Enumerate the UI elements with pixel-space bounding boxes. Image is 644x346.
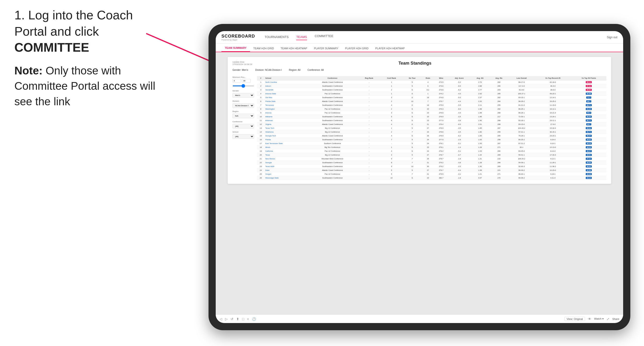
cell-conf-rank: 9 [380, 165, 403, 169]
cell-vs-top: 9-10-1 [534, 142, 571, 146]
nav-tournaments[interactable]: TOURNAMENTS [264, 34, 288, 40]
cell-school: Florida State [264, 100, 306, 103]
cell-reg-rank: - [358, 146, 380, 149]
cell-low-overall: 63-15-1 [508, 96, 534, 100]
cell-conf-rank: - [380, 142, 403, 146]
cell-vs-top: 4-21-0 [534, 176, 571, 180]
cell-low-overall: 83-15-0 [508, 123, 534, 126]
cell-conf-rank: 4 [380, 123, 403, 126]
content-layout: Minimum Rou... Gender Men's [232, 76, 606, 180]
cell-conf-rank: 7 [380, 138, 403, 142]
conference-filter: Conference: All [306, 69, 324, 71]
cell-wins: 276.9 [434, 115, 448, 119]
app-logo: SCOREBOARD [222, 34, 255, 39]
cell-no-tour: 7 [403, 130, 421, 134]
cell-school: Florida [264, 138, 306, 142]
cell-vs-top: 49-23-1 [534, 92, 571, 96]
cell-adj-score: -6.0 [448, 107, 471, 111]
cell-reg-rank: - [358, 92, 380, 96]
cell-school: Mississippi State [264, 176, 306, 180]
table-row: 20 Texas Big 12 Conference - 3 9 27 278.… [257, 153, 606, 157]
cell-conference: Pac-12 Conference [306, 107, 358, 111]
max-input[interactable] [242, 79, 251, 83]
nav-teams[interactable]: TEAMS [296, 34, 307, 40]
sub-nav-team-h2h-heatmap[interactable]: TEAM H2H HEATMAP [277, 45, 310, 52]
sub-nav-team-summary[interactable]: TEAM SUMMARY [222, 44, 250, 52]
cell-rnds: 21 [421, 172, 434, 176]
cell-wins: 280.7 [434, 176, 448, 180]
cell-low-overall: 86-26-1 [508, 111, 534, 115]
watch-btn[interactable]: Watch ▾ [594, 317, 604, 320]
gender-select[interactable]: Men's [232, 93, 254, 98]
view-original-btn[interactable]: View: Original [564, 317, 585, 321]
cell-conference: Southeastern Conference [306, 96, 358, 100]
toolbar-back[interactable]: ◁ [220, 317, 222, 321]
col-adj-score: Adj. Score [448, 76, 471, 80]
cell-school: Vanderbilt [264, 88, 306, 92]
cell-avg-sg: 1.90 [471, 119, 490, 123]
division-label: Division: [255, 69, 264, 71]
cell-rank: 19 [257, 149, 264, 153]
share-btn[interactable]: Share [612, 318, 619, 320]
table-row: 17 East Tennessee State Southern Confere… [257, 142, 606, 146]
sub-nav-team-h2h-grid[interactable]: TEAM H2H GRID [250, 45, 277, 52]
cell-conference: Atlantic Coast Conference [306, 134, 358, 138]
cell-school: Virginia [264, 123, 306, 126]
toolbar-refresh[interactable]: ↺ [230, 317, 234, 321]
conference-select[interactable]: (All) [232, 124, 254, 129]
cell-school: Alabama [264, 115, 306, 119]
toolbar-bookmark[interactable]: □ [242, 317, 244, 321]
cell-avg-sg: 1.55 [471, 142, 490, 146]
sign-out-link[interactable]: Sign out [607, 36, 618, 39]
cell-no-tour: 7 [403, 161, 421, 165]
cell-vs-top: 13-24-1 [534, 115, 571, 119]
cell-conf-rank: 6 [380, 119, 403, 123]
cell-avg-rd: 203 [490, 88, 508, 92]
cell-no-tour: 8 [403, 107, 421, 111]
cell-low-overall: 82-18-1 [508, 119, 534, 123]
cell-rank: 18 [257, 146, 264, 149]
table-head: # School Conference Reg Rank Conf Rank N… [257, 76, 606, 80]
cell-no-tour: 9 [403, 80, 421, 84]
sub-nav-player-summary[interactable]: PLAYER SUMMARY [310, 45, 342, 52]
cell-vs-top: 9-19-1 [534, 172, 571, 176]
region-select[interactable]: N/A [232, 114, 254, 118]
division-select[interactable]: NCAA Division I [232, 103, 254, 108]
school-select[interactable]: (All) [232, 134, 254, 139]
cell-conference: Pac-12 Conference [306, 92, 358, 96]
cell-rnds: 4 [421, 80, 434, 84]
cell-reg-rank: - [358, 142, 380, 146]
cell-avg-sg: 2.70 [471, 80, 490, 84]
rounds-slider[interactable] [232, 85, 254, 86]
cell-wins: 275.7 [434, 100, 448, 103]
cell-points: 68.7 [571, 100, 606, 103]
cell-avg-sg: 1.80 [471, 130, 490, 134]
cell-low-overall: 76-29-1 [508, 134, 534, 138]
sub-nav-player-h2h-heatmap[interactable]: PLAYER H2H HEATMAP [372, 45, 408, 52]
cell-low-overall: 80-25-2 [508, 138, 534, 142]
cell-reg-rank: - [358, 80, 380, 84]
table-row: 7 Tennessee Southeastern Conference - 4 … [257, 103, 606, 107]
cell-rank: 2 [257, 84, 264, 88]
cell-conf-rank: 4 [380, 103, 403, 107]
toolbar-clock[interactable]: 🕐 [252, 317, 256, 321]
cell-wins: 279.2 [434, 165, 448, 169]
cell-avg-rd: 262 [490, 80, 508, 84]
toolbar-share-icon[interactable]: ⬆ [236, 317, 239, 321]
cell-wins: 276.4 [434, 123, 448, 126]
cell-rnds: 23 [421, 107, 434, 111]
update-label: Update time: [232, 61, 252, 63]
cell-rnds: 18 [421, 103, 434, 107]
region-value: All [298, 69, 300, 71]
min-input[interactable] [232, 79, 241, 83]
sub-nav-player-h2h-grid[interactable]: PLAYER H2H GRID [342, 45, 372, 52]
cell-adj-score: -3.5 [448, 126, 471, 130]
toolbar-forward[interactable]: ▷ [225, 317, 228, 321]
cell-vs-top: 15-32-0 [534, 126, 571, 130]
toolbar-eye-icon: 👁 [588, 317, 591, 321]
toolbar-plus[interactable]: + [247, 317, 249, 321]
toolbar-expand[interactable]: ⤢ [606, 317, 610, 321]
nav-committee[interactable]: COMMITTEE [315, 34, 334, 40]
cell-conference: Southeastern Conference [306, 119, 358, 123]
cell-points: 86.64 [571, 88, 606, 92]
